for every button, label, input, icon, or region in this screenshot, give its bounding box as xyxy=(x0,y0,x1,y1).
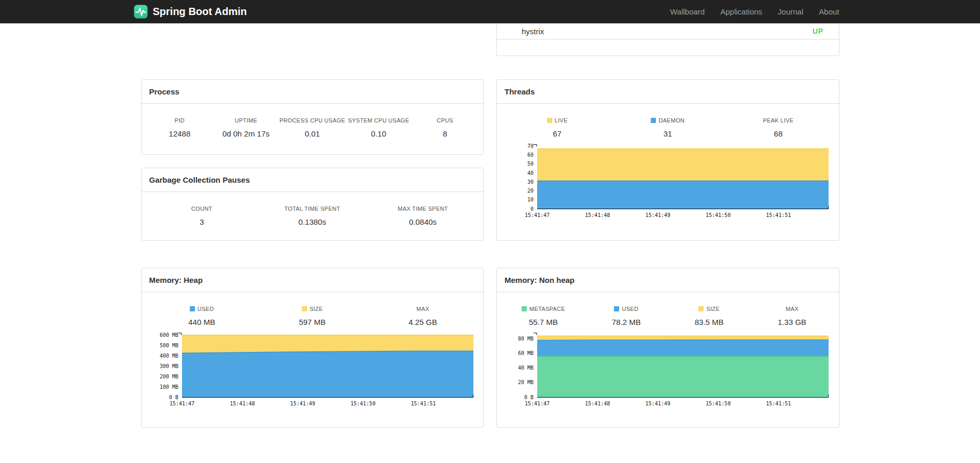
y-tick-label: 0 B xyxy=(524,394,534,400)
stat-label: MAX TIME SPENT xyxy=(368,206,478,212)
stat-label: UPTIME xyxy=(213,117,279,124)
stat-daemon: DAEMON31 xyxy=(612,117,723,138)
y-tick-label: 300 MB xyxy=(159,363,178,369)
x-tick-label: 15:41:51 xyxy=(411,401,436,406)
stat-value: 8 xyxy=(412,129,478,138)
stat-value: 78.2 MB xyxy=(585,318,668,326)
y-tick-label: 30 xyxy=(527,179,534,185)
stat-metaspace: METASPACE55.7 MB xyxy=(502,306,585,326)
y-tick-label: 600 MB xyxy=(159,332,178,338)
stat-label: TOTAL TIME SPENT xyxy=(257,206,368,212)
area-series-used xyxy=(182,351,473,397)
stat-used: USED440 MB xyxy=(147,306,257,326)
threads-stats: LIVE67DAEMON31PEAK LIVE68 xyxy=(497,104,839,138)
x-tick-label: 15:41:47 xyxy=(525,401,550,406)
stat-label: SYSTEM CPU USAGE xyxy=(345,117,412,124)
process-stats: PID12488UPTIME0d 0h 2m 17sPROCESS CPU US… xyxy=(142,104,484,138)
stat-value: 597 MB xyxy=(257,318,368,326)
x-tick-label: 15:41:50 xyxy=(351,401,375,406)
line-series-used xyxy=(537,340,829,341)
stat-value: 0.01 xyxy=(279,129,345,138)
stat-value: 0.1380s xyxy=(257,217,368,226)
stat-label: METASPACE xyxy=(502,306,585,312)
y-axis-top-tick xyxy=(534,145,537,147)
x-tick-label: 15:41:50 xyxy=(706,212,731,218)
x-tick-label: 15:41:49 xyxy=(646,401,670,406)
nav-links: WallboardApplicationsJournalAbout xyxy=(662,0,839,23)
stat-value: 0.10 xyxy=(345,129,412,138)
area-series-metaspace xyxy=(537,357,829,398)
stat-label: PEAK LIVE xyxy=(723,117,833,124)
navbar: Spring Boot Admin WallboardApplicationsJ… xyxy=(0,0,980,23)
legend-swatch-icon xyxy=(302,306,307,311)
stat-label: DAEMON xyxy=(612,117,723,124)
stat-value: 440 MB xyxy=(147,318,257,326)
y-tick-label: 50 xyxy=(527,161,534,167)
stat-label: SIZE xyxy=(668,306,751,312)
gc-stats: COUNT3TOTAL TIME SPENT0.1380sMAX TIME SP… xyxy=(142,192,484,226)
gc-card-title: Garbage Collection Pauses xyxy=(142,168,484,192)
y-tick-label: 60 xyxy=(527,152,534,158)
x-tick-label: 15:41:48 xyxy=(585,212,610,218)
stat-label: CPUS xyxy=(412,117,478,124)
stat-value: 3 xyxy=(147,217,257,226)
y-tick-label: 70 xyxy=(527,143,534,149)
y-tick-label: 20 xyxy=(527,188,534,194)
left-column: Process PID12488UPTIME0d 0h 2m 17sPROCES… xyxy=(141,79,484,241)
x-tick-label: 15:41:47 xyxy=(525,212,550,218)
stat-value: 31 xyxy=(612,129,723,138)
legend-swatch-icon xyxy=(190,306,195,311)
legend-swatch-icon xyxy=(547,118,552,123)
y-tick-label: 40 MB xyxy=(518,365,534,371)
left-column-spacer xyxy=(141,23,484,56)
gc-pauses-card: Garbage Collection Pauses COUNT3TOTAL TI… xyxy=(141,168,484,241)
stat-label: MAX xyxy=(368,306,478,312)
legend-swatch-icon xyxy=(698,306,704,311)
right-column: Threads LIVE67DAEMON31PEAK LIVE68 010203… xyxy=(496,79,839,241)
stat-value: 68 xyxy=(723,129,833,138)
x-tick-label: 15:41:51 xyxy=(766,401,791,406)
y-axis-top-tick xyxy=(534,333,537,335)
x-tick-label: 15:41:48 xyxy=(585,401,610,406)
status-badge: UP xyxy=(813,27,823,35)
threads-chart: 01020304050607015:41:4715:41:4815:41:491… xyxy=(502,140,833,223)
y-tick-label: 60 MB xyxy=(518,350,534,356)
brand-link[interactable]: Spring Boot Admin xyxy=(134,5,247,19)
brand-logo-icon xyxy=(134,5,148,19)
stat-label: PID xyxy=(147,117,213,124)
y-tick-label: 500 MB xyxy=(159,343,178,348)
application-row[interactable]: hystrix UP xyxy=(497,23,839,39)
stat-max: MAX4.25 GB xyxy=(368,306,478,326)
stat-used: USED78.2 MB xyxy=(585,306,668,326)
nav-item-about[interactable]: About xyxy=(811,0,839,23)
y-tick-label: 0 B xyxy=(169,394,178,400)
x-tick-label: 15:41:49 xyxy=(290,401,315,406)
threads-card-title: Threads xyxy=(497,80,839,104)
stat-max-time-spent: MAX TIME SPENT0.0840s xyxy=(368,206,478,226)
stat-label: LIVE xyxy=(502,117,612,124)
stat-value: 83.5 MB xyxy=(668,318,751,326)
nonheap-card-title: Memory: Non heap xyxy=(497,268,839,292)
stat-label: USED xyxy=(147,306,257,312)
y-tick-label: 200 MB xyxy=(159,374,178,379)
legend-swatch-icon xyxy=(651,118,656,123)
x-tick-label: 15:41:50 xyxy=(706,401,731,406)
area-series-daemon xyxy=(537,181,829,209)
nav-item-wallboard[interactable]: Wallboard xyxy=(662,0,712,23)
y-tick-label: 100 MB xyxy=(159,384,178,390)
heap-chart-wrap: 0 B100 MB200 MB300 MB400 MB500 MB600 MB1… xyxy=(142,329,484,414)
y-tick-label: 80 MB xyxy=(518,336,534,342)
nav-item-journal[interactable]: Journal xyxy=(770,0,811,23)
memory-heap-card: Memory: Heap USED440 MBSIZE597 MBMAX4.25… xyxy=(141,268,484,428)
stat-value: 67 xyxy=(502,129,612,138)
stat-value: 0.0840s xyxy=(368,217,478,226)
stat-max: MAX1.33 GB xyxy=(751,306,834,326)
stat-label: COUNT xyxy=(147,206,257,212)
stat-count: COUNT3 xyxy=(147,206,257,226)
stat-value: 55.7 MB xyxy=(502,318,585,326)
nav-item-applications[interactable]: Applications xyxy=(712,0,770,23)
y-tick-label: 40 xyxy=(527,170,534,176)
stat-label: USED xyxy=(585,306,668,312)
stat-label: PROCESS CPU USAGE xyxy=(279,117,345,124)
x-tick-label: 15:41:49 xyxy=(646,212,670,218)
